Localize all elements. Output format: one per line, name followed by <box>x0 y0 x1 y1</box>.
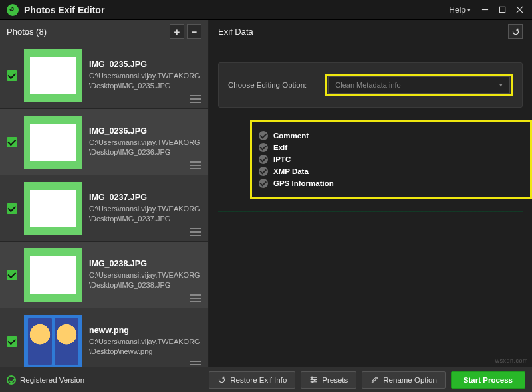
editing-option-label: Choose Editing Option: <box>228 81 307 89</box>
clean-item[interactable]: GPS Information <box>259 179 519 188</box>
photo-filename: IMG_0238.JPG <box>89 259 201 268</box>
clean-metadata-list: CommentExifIPTCXMP DataGPS Information <box>250 120 532 199</box>
photo-filepath: C:\Users\mansi.vijay.TWEAKORG\Desktop\IM… <box>89 71 201 91</box>
svg-point-8 <box>311 377 313 378</box>
clean-item[interactable]: Comment <box>259 131 519 140</box>
clean-item-label: XMP Data <box>273 167 309 175</box>
photo-checkbox[interactable] <box>7 70 17 81</box>
photos-panel-header: Photos (8) + − <box>0 20 208 43</box>
registered-check-icon <box>7 375 16 385</box>
clean-item[interactable]: Exif <box>259 143 519 152</box>
exif-header-label: Exif Data <box>218 27 253 37</box>
help-label: Help <box>449 5 466 15</box>
photo-info: IMG_0236.JPGC:\Users\mansi.vijay.TWEAKOR… <box>89 126 201 157</box>
photo-thumbnail <box>24 248 82 302</box>
refresh-button[interactable] <box>508 24 523 39</box>
remove-photo-button[interactable]: − <box>187 24 201 39</box>
clean-item-label: Comment <box>273 132 309 140</box>
photo-filepath: C:\Users\mansi.vijay.TWEAKORG\Desktop\IM… <box>89 270 201 290</box>
check-circle-icon <box>259 131 268 140</box>
minimize-button[interactable] <box>476 1 493 19</box>
clean-item-label: GPS Information <box>273 179 334 187</box>
photos-count-label: Photos (8) <box>7 27 47 37</box>
close-button[interactable] <box>511 1 528 19</box>
add-photo-button[interactable]: + <box>170 24 184 39</box>
app-logo-icon <box>7 4 19 16</box>
exif-panel-header: Exif Data <box>209 20 532 43</box>
row-menu-icon[interactable] <box>190 161 201 169</box>
photo-thumbnail <box>24 49 82 102</box>
photo-thumbnail <box>24 315 82 367</box>
photo-filepath: C:\Users\mansi.vijay.TWEAKORG\Desktop\ne… <box>89 337 201 357</box>
clean-item-label: Exif <box>273 144 287 151</box>
check-circle-icon <box>259 179 268 188</box>
photo-filename: neww.png <box>89 326 201 335</box>
photo-info: IMG_0235.JPGC:\Users\mansi.vijay.TWEAKOR… <box>89 60 201 91</box>
clean-item[interactable]: IPTC <box>259 155 519 164</box>
photo-checkbox[interactable] <box>7 137 17 147</box>
editing-option-value: Clean Metadata info <box>335 81 499 89</box>
row-menu-icon[interactable] <box>190 294 201 302</box>
photo-info: neww.pngC:\Users\mansi.vijay.TWEAKORG\De… <box>89 326 201 357</box>
svg-rect-2 <box>499 7 505 12</box>
check-circle-icon <box>259 155 268 164</box>
photo-filename: IMG_0235.JPG <box>89 60 201 69</box>
list-item[interactable]: IMG_0236.JPGC:\Users\mansi.vijay.TWEAKOR… <box>0 109 208 175</box>
svg-point-0 <box>11 8 13 9</box>
restore-exif-button[interactable]: Restore Exif Info <box>209 371 295 389</box>
presets-button[interactable]: Presets <box>301 371 356 389</box>
photo-checkbox[interactable] <box>7 336 17 347</box>
separator <box>218 211 523 212</box>
row-menu-icon[interactable] <box>190 361 201 367</box>
rename-option-label: Rename Option <box>383 376 437 384</box>
photo-info: IMG_0238.JPGC:\Users\mansi.vijay.TWEAKOR… <box>89 259 201 290</box>
title-bar: Photos Exif Editor Help ▾ <box>0 0 532 20</box>
start-process-button[interactable]: Start Process <box>451 371 525 389</box>
exif-panel: Exif Data Choose Editing Option: Clean M… <box>209 20 532 367</box>
help-menu[interactable]: Help ▾ <box>444 5 476 15</box>
photo-filepath: C:\Users\mansi.vijay.TWEAKORG\Desktop\IM… <box>89 204 201 224</box>
chevron-down-icon: ▾ <box>499 82 503 88</box>
start-process-label: Start Process <box>464 376 513 384</box>
editing-option-select[interactable]: Clean Metadata info ▾ <box>328 76 510 94</box>
maximize-button[interactable] <box>493 1 511 19</box>
check-circle-icon <box>259 167 268 176</box>
list-item[interactable]: IMG_0238.JPGC:\Users\mansi.vijay.TWEAKOR… <box>0 242 208 308</box>
list-item[interactable]: neww.pngC:\Users\mansi.vijay.TWEAKORG\De… <box>0 308 208 367</box>
photo-filename: IMG_0237.JPG <box>89 193 201 202</box>
row-menu-icon[interactable] <box>190 228 201 236</box>
photo-info: IMG_0237.JPGC:\Users\mansi.vijay.TWEAKOR… <box>89 193 201 224</box>
list-item[interactable]: IMG_0235.JPGC:\Users\mansi.vijay.TWEAKOR… <box>0 43 208 109</box>
restore-exif-label: Restore Exif Info <box>230 376 287 384</box>
editing-option-highlight: Clean Metadata info ▾ <box>325 74 513 96</box>
watermark: wsxdn.com <box>495 357 528 364</box>
svg-point-9 <box>314 379 315 380</box>
photo-checkbox[interactable] <box>7 270 17 280</box>
row-menu-icon[interactable] <box>190 95 201 103</box>
photo-checkbox[interactable] <box>7 203 17 214</box>
chevron-down-icon: ▾ <box>467 7 471 13</box>
svg-point-10 <box>312 381 313 383</box>
rename-option-button[interactable]: Rename Option <box>362 371 446 389</box>
photo-filename: IMG_0236.JPG <box>89 126 201 136</box>
clean-item-label: IPTC <box>273 155 291 163</box>
registered-label: Registered Version <box>20 376 84 384</box>
check-circle-icon <box>259 143 268 152</box>
app-title: Photos Exif Editor <box>24 5 104 15</box>
clean-item[interactable]: XMP Data <box>259 167 519 176</box>
editing-option-row: Choose Editing Option: Clean Metadata in… <box>218 62 523 108</box>
main-area: Photos (8) + − IMG_0235.JPGC:\Users\mans… <box>0 20 532 367</box>
photo-filepath: C:\Users\mansi.vijay.TWEAKORG\Desktop\IM… <box>89 138 201 157</box>
list-item[interactable]: IMG_0237.JPGC:\Users\mansi.vijay.TWEAKOR… <box>0 175 208 242</box>
presets-label: Presets <box>322 376 348 384</box>
bottom-bar: Registered Version Restore Exif Info Pre… <box>0 367 532 392</box>
photo-list[interactable]: IMG_0235.JPGC:\Users\mansi.vijay.TWEAKOR… <box>0 43 208 367</box>
photo-thumbnail <box>24 116 82 169</box>
photo-thumbnail <box>24 182 82 235</box>
photos-panel: Photos (8) + − IMG_0235.JPGC:\Users\mans… <box>0 20 209 367</box>
